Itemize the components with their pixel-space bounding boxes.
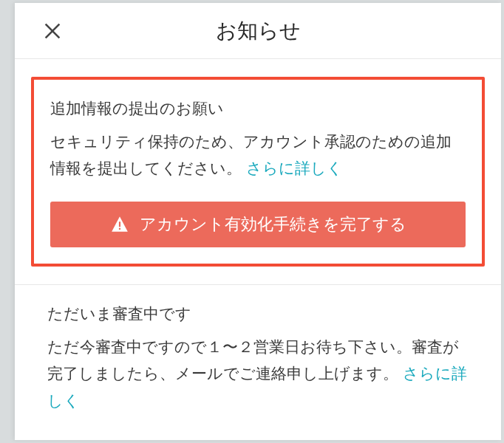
warning-icon: [110, 215, 129, 234]
notice-card: 追加情報の提出のお願い セキュリティ保持のため、アカウント承認のための追加情報を…: [31, 77, 485, 267]
notification-modal: お知らせ 追加情報の提出のお願い セキュリティ保持のため、アカウント承認のための…: [15, 3, 501, 440]
notice-learn-more-link[interactable]: さらに詳しく: [246, 159, 343, 176]
status-title: ただいま審査中です: [47, 301, 469, 326]
modal-header: お知らせ: [15, 3, 501, 59]
close-button[interactable]: [40, 18, 65, 44]
status-body: ただ今審査中ですので１〜２営業日お待ち下さい。審査が完了しましたら、メールでご連…: [47, 334, 469, 415]
svg-rect-2: [118, 222, 120, 227]
close-icon: [42, 21, 63, 41]
svg-rect-3: [118, 228, 120, 230]
modal-title: お知らせ: [15, 17, 501, 45]
action-button-label: アカウント有効化手続きを完了する: [140, 213, 406, 236]
complete-activation-button[interactable]: アカウント有効化手続きを完了する: [50, 202, 466, 247]
notice-title: 追加情報の提出のお願い: [50, 96, 466, 121]
status-card: ただいま審査中です ただ今審査中ですので１〜２営業日お待ち下さい。審査が完了しま…: [15, 285, 501, 431]
notice-body: セキュリティ保持のため、アカウント承認のための追加情報を提出してください。 さら…: [50, 128, 466, 183]
status-body-text: ただ今審査中ですので１〜２営業日お待ち下さい。審査が完了しましたら、メールでご連…: [47, 338, 459, 382]
